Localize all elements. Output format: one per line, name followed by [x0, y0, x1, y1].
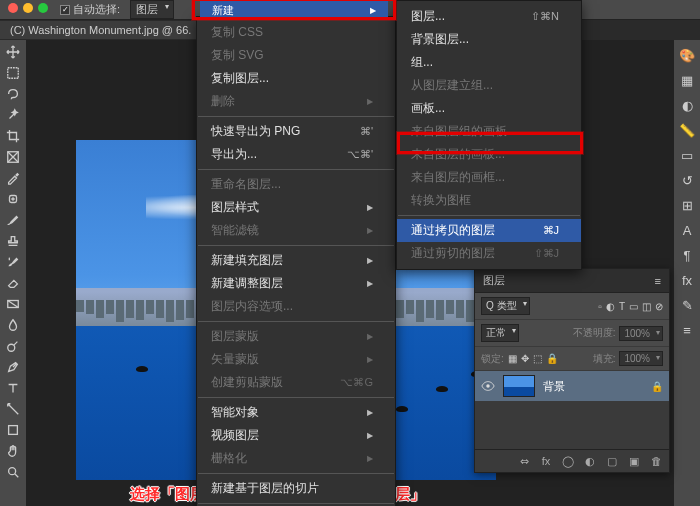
opacity-value[interactable]: 100%	[619, 326, 663, 341]
gradient-tool-icon[interactable]	[1, 294, 25, 314]
history-panel-icon[interactable]: ↺	[675, 169, 699, 191]
menu-new-adjustment-layer[interactable]: 新建调整图层	[197, 272, 395, 295]
trash-icon[interactable]: 🗑	[649, 454, 663, 468]
submenu-bg-layer[interactable]: 背景图层...	[397, 28, 581, 51]
menu-item-new[interactable]: 新建▶	[200, 1, 388, 19]
svg-rect-0	[8, 68, 19, 79]
group-icon[interactable]: ▢	[605, 454, 619, 468]
lock-position-icon[interactable]: ✥	[521, 353, 529, 364]
menu-new-fill-layer[interactable]: 新建填充图层	[197, 249, 395, 272]
auto-select-target[interactable]: 图层	[130, 0, 174, 19]
eraser-tool-icon[interactable]	[1, 273, 25, 293]
layer-name[interactable]: 背景	[543, 379, 565, 394]
type-tool-icon[interactable]	[1, 378, 25, 398]
fx-icon[interactable]: fx	[539, 454, 553, 468]
filter-type-icon[interactable]: T	[619, 301, 625, 312]
menu-layer-mask: 图层蒙版	[197, 325, 395, 348]
move-tool-icon[interactable]	[1, 42, 25, 62]
link-layers-icon[interactable]: ⇔	[517, 454, 531, 468]
mask-icon[interactable]: ◯	[561, 454, 575, 468]
paragraph-panel-icon[interactable]: ¶	[675, 244, 699, 266]
menu-item-new-label: 新建	[212, 3, 234, 18]
submenu-frame-from-layer: 来自图层的画框...	[397, 166, 581, 189]
fill-value[interactable]: 100%	[619, 351, 663, 366]
lock-pixels-icon[interactable]: ▦	[508, 353, 517, 364]
libraries-panel-icon[interactable]: ▭	[675, 144, 699, 166]
menu-copy-css: 复制 CSS	[197, 21, 395, 44]
lasso-tool-icon[interactable]	[1, 84, 25, 104]
panel-menu-icon[interactable]: ≡	[655, 275, 661, 287]
window-minimize[interactable]	[23, 3, 33, 13]
adjustment-icon[interactable]: ◐	[583, 454, 597, 468]
color-panel-icon[interactable]: 🎨	[675, 44, 699, 66]
submenu-artboard[interactable]: 画板...	[397, 97, 581, 120]
layer-thumbnail[interactable]	[503, 375, 535, 397]
menu-rasterize: 栅格化	[197, 447, 395, 470]
brush-tool-icon[interactable]	[1, 210, 25, 230]
submenu-artboard-from-group: 来自图层组的画板...	[397, 120, 581, 143]
align-panel-icon[interactable]: ≡	[675, 319, 699, 341]
styles-panel-icon[interactable]: fx	[675, 269, 699, 291]
history-brush-icon[interactable]	[1, 252, 25, 272]
filter-image-icon[interactable]: ▫	[598, 301, 602, 312]
marquee-tool-icon[interactable]	[1, 63, 25, 83]
menu-rename-layer: 重命名图层...	[197, 173, 395, 196]
layer-lock-icon: 🔒	[651, 381, 663, 392]
new-submenu: 图层...⇧⌘N 背景图层... 组... 从图层建立组... 画板... 来自…	[396, 0, 582, 270]
wand-tool-icon[interactable]	[1, 105, 25, 125]
window-close[interactable]	[8, 3, 18, 13]
stamp-tool-icon[interactable]	[1, 231, 25, 251]
adjust-panel-icon[interactable]: ◐	[675, 94, 699, 116]
path-tool-icon[interactable]	[1, 399, 25, 419]
document-tab[interactable]: (C) Washington Monument.jpg @ 66.	[0, 21, 201, 39]
dodge-tool-icon[interactable]	[1, 336, 25, 356]
blur-tool-icon[interactable]	[1, 315, 25, 335]
submenu-layer-via-copy[interactable]: 通过拷贝的图层⌘J	[397, 219, 581, 242]
menu-vector-mask: 矢量蒙版	[197, 348, 395, 371]
visibility-toggle-icon[interactable]	[481, 379, 495, 393]
submenu-artboard-from-layer: 来自图层的画板...	[397, 143, 581, 166]
submenu-group-from-layers: 从图层建立组...	[397, 74, 581, 97]
filter-smart-icon[interactable]: ◫	[642, 301, 651, 312]
opacity-label: 不透明度:	[573, 326, 616, 340]
swatches-panel-icon[interactable]: ▦	[675, 69, 699, 91]
brushes-panel-icon[interactable]: ✎	[675, 294, 699, 316]
shape-tool-icon[interactable]	[1, 420, 25, 440]
auto-select-toggle[interactable]: 自动选择:	[60, 2, 120, 17]
menu-video-layer[interactable]: 视频图层	[197, 424, 395, 447]
menu-export-as[interactable]: 导出为...⌥⌘'	[197, 143, 395, 166]
layers-panel-title[interactable]: 图层	[483, 273, 505, 288]
crop-tool-icon[interactable]	[1, 126, 25, 146]
text-panel-icon[interactable]: A	[675, 219, 699, 241]
layers-panel: 图层 ≡ Q 类型 ▫ ◐ T ▭ ◫ ⊘ 正常 不透明度: 100% 锁定: …	[474, 268, 670, 473]
filter-shape-icon[interactable]: ▭	[629, 301, 638, 312]
auto-select-label: 自动选择:	[73, 2, 120, 17]
frame-tool-icon[interactable]	[1, 147, 25, 167]
menu-smart-object[interactable]: 智能对象	[197, 401, 395, 424]
layer-filter-kind[interactable]: Q 类型	[481, 297, 530, 315]
layers-empty-area[interactable]	[475, 401, 669, 449]
eyedropper-tool-icon[interactable]	[1, 168, 25, 188]
heal-tool-icon[interactable]	[1, 189, 25, 209]
menu-new-slice[interactable]: 新建基于图层的切片	[197, 477, 395, 500]
hand-tool-icon[interactable]	[1, 441, 25, 461]
zoom-tool-icon[interactable]	[1, 462, 25, 482]
submenu-layer[interactable]: 图层...⇧⌘N	[397, 5, 581, 28]
layer-row-background[interactable]: 背景 🔒	[475, 371, 669, 401]
lock-nest-icon[interactable]: ⬚	[533, 353, 542, 364]
menu-quick-export-png[interactable]: 快速导出为 PNG⌘'	[197, 120, 395, 143]
svg-point-7	[486, 384, 490, 388]
ruler-panel-icon[interactable]: 📏	[675, 119, 699, 141]
submenu-group[interactable]: 组...	[397, 51, 581, 74]
pen-tool-icon[interactable]	[1, 357, 25, 377]
menu-layer-style[interactable]: 图层样式	[197, 196, 395, 219]
new-layer-icon[interactable]: ▣	[627, 454, 641, 468]
blend-mode-select[interactable]: 正常	[481, 324, 519, 342]
properties-panel-icon[interactable]: ⊞	[675, 194, 699, 216]
menu-duplicate-layer[interactable]: 复制图层...	[197, 67, 395, 90]
layer-menu: 复制 CSS 复制 SVG 复制图层... 删除 快速导出为 PNG⌘' 导出为…	[196, 16, 396, 506]
window-zoom[interactable]	[38, 3, 48, 13]
lock-all-icon[interactable]: 🔒	[546, 353, 558, 364]
filter-toggle-icon[interactable]: ⊘	[655, 301, 663, 312]
filter-adjust-icon[interactable]: ◐	[606, 301, 615, 312]
